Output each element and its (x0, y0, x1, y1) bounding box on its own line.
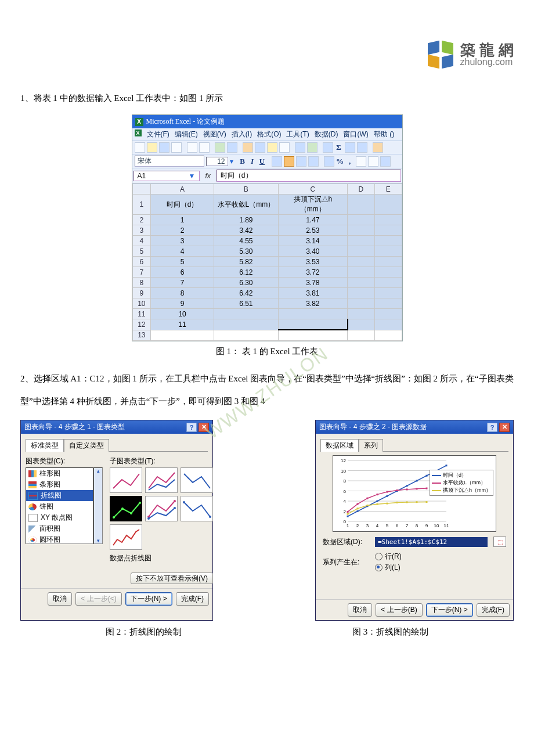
paste-icon[interactable] (267, 142, 277, 153)
svg-text:4: 4 (376, 523, 379, 528)
sort-asc-icon[interactable] (345, 142, 355, 153)
menu-help[interactable]: 帮助 () (374, 129, 394, 139)
col-header-d[interactable]: D (348, 184, 375, 195)
dec-decimal-icon[interactable] (368, 156, 378, 167)
help-icon[interactable]: ? (186, 423, 197, 432)
new-icon[interactable] (135, 142, 145, 153)
menu-data[interactable]: 数据(D) (315, 129, 338, 139)
finish-button[interactable]: 完成(F) (176, 592, 209, 606)
tab-standard[interactable]: 标准类型 (26, 439, 64, 452)
tab-data-range[interactable]: 数据区域 (320, 439, 359, 452)
menu-edit[interactable]: 编辑(E) (175, 129, 198, 139)
back-button: < 上一步(<) (75, 592, 121, 606)
back-button[interactable]: < 上一步(B) (376, 603, 422, 617)
next-button[interactable]: 下一步(N) > (426, 603, 473, 617)
spell-icon[interactable] (215, 142, 225, 153)
inc-decimal-icon[interactable] (356, 156, 366, 167)
svg-rect-58 (377, 503, 378, 505)
menu-format[interactable]: 格式(O) (257, 129, 281, 139)
research-icon[interactable] (227, 142, 237, 153)
hyperlink-icon[interactable] (323, 142, 333, 153)
sort-desc-icon[interactable] (357, 142, 367, 153)
subtype-3[interactable] (181, 467, 213, 493)
bold-icon[interactable]: B (239, 157, 247, 166)
open-icon[interactable] (147, 142, 157, 153)
merge-icon[interactable] (308, 156, 319, 167)
perm-icon[interactable] (171, 142, 182, 153)
subtype-grid[interactable] (110, 467, 213, 550)
autosum-icon[interactable]: Σ (335, 143, 343, 152)
scrollbar[interactable]: ▴▾ (93, 467, 103, 544)
name-box[interactable]: A1▼ (134, 171, 200, 181)
undo-icon[interactable] (295, 142, 305, 153)
indent-icon[interactable] (380, 156, 391, 167)
cancel-button[interactable]: 取消 (348, 603, 372, 617)
logo-text-cn: 築 龍 網 (460, 42, 514, 57)
col-header-e[interactable]: E (374, 184, 402, 195)
align-left-icon[interactable] (272, 156, 282, 167)
svg-rect-55 (347, 513, 349, 515)
dropdown-icon[interactable]: ▾ (230, 157, 233, 165)
menu-file[interactable]: 文件(F) (147, 129, 169, 139)
svg-point-8 (183, 501, 185, 503)
col-header-c[interactable]: C (278, 184, 347, 195)
menu-tools[interactable]: 工具(T) (286, 129, 309, 139)
percent-icon[interactable]: % (336, 157, 344, 166)
close-icon[interactable]: ✕ (499, 423, 510, 432)
cell[interactable]: 时间（d） (151, 195, 214, 215)
fx-icon[interactable]: fx (201, 172, 215, 180)
format-painter-icon[interactable] (279, 142, 290, 153)
cell[interactable]: 拱顶下沉△h（mm） (278, 195, 347, 215)
row-header[interactable]: 1 (132, 195, 151, 215)
save-icon[interactable] (159, 142, 169, 153)
svg-text:12: 12 (341, 458, 346, 463)
col-header-b[interactable]: B (214, 184, 279, 195)
collapse-dialog-icon[interactable]: ⬚ (493, 537, 506, 547)
tab-custom[interactable]: 自定义类型 (64, 439, 109, 452)
underline-icon[interactable]: U (258, 157, 266, 166)
subtype-7[interactable] (110, 524, 142, 550)
subtype-1[interactable] (110, 467, 142, 493)
paragraph-2: 2、选择区域 A1：C12，如图 1 所示，在工具栏中点击 Excel 图表向导… (20, 368, 514, 413)
menu-view[interactable]: 视图(V) (203, 129, 226, 139)
svg-rect-42 (416, 480, 418, 482)
subtype-4-selected[interactable] (110, 496, 142, 521)
svg-text:1: 1 (347, 523, 349, 528)
chart-type-listbox[interactable]: 柱形图 条形图 折线图 饼图 XY 散点图 面积图 圆环图 雷达图 曲面图 (26, 467, 93, 544)
subtype-5[interactable] (145, 496, 178, 521)
help-icon[interactable]: ? (487, 423, 497, 432)
col-header-a[interactable]: A (151, 184, 214, 195)
sample-button[interactable]: 按下不放可查看示例(V) (131, 573, 213, 584)
copy-icon[interactable] (255, 142, 265, 153)
italic-icon[interactable]: I (248, 157, 257, 166)
cut-icon[interactable] (243, 142, 253, 153)
menu-window[interactable]: 窗口(W) (343, 129, 368, 139)
menu-insert[interactable]: 插入(I) (232, 129, 252, 139)
redo-icon[interactable] (307, 142, 317, 153)
line-icon (28, 492, 38, 500)
currency-icon[interactable] (324, 156, 334, 167)
subtype-6[interactable] (181, 496, 213, 521)
tab-series[interactable]: 系列 (359, 439, 383, 452)
next-button[interactable]: 下一步(N) > (125, 592, 172, 606)
radio-cols[interactable]: 列(L) (375, 563, 402, 573)
radio-rows[interactable]: 行(R) (375, 552, 402, 561)
formula-input[interactable]: 时间（d） (217, 170, 401, 182)
align-right-icon[interactable] (296, 156, 306, 167)
cancel-button[interactable]: 取消 (48, 592, 72, 606)
svg-rect-35 (347, 516, 349, 517)
chart-wizard-icon[interactable] (373, 142, 383, 153)
fontsize-combobox[interactable]: 12 (206, 157, 228, 166)
close-icon[interactable]: ✕ (199, 423, 209, 432)
data-range-field[interactable]: =Sheet1!$A$1:$C$12 (375, 537, 488, 547)
subtype-2[interactable] (145, 467, 178, 493)
select-all-corner[interactable] (132, 184, 151, 195)
align-center-icon[interactable] (284, 156, 294, 167)
preview-icon[interactable] (199, 142, 210, 153)
barh-icon (28, 481, 37, 488)
font-combobox[interactable]: 宋体 (135, 156, 204, 167)
cell[interactable]: 水平收敛L（mm） (214, 195, 279, 215)
comma-icon[interactable]: , (346, 157, 354, 166)
print-icon[interactable] (187, 142, 197, 153)
finish-button[interactable]: 完成(F) (477, 603, 510, 617)
